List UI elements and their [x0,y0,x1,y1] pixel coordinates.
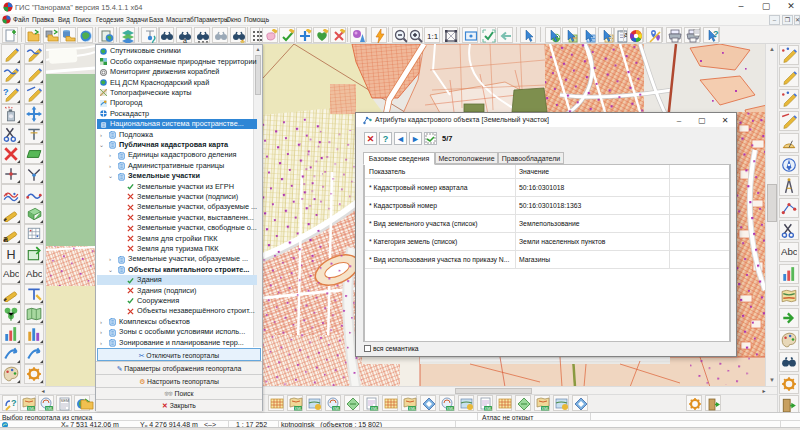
svg-text:XML: XML [409,407,416,411]
svg-text:H: H [6,248,15,262]
svg-text:Abc: Abc [3,268,19,279]
svg-text:Abc: Abc [781,247,797,258]
svg-text:XML: XML [447,407,454,411]
svg-text:XML: XML [371,407,378,411]
svg-text:SEM: SEM [61,398,70,403]
svg-text:a: a [183,37,187,43]
svg-text:XML: XML [295,407,302,411]
svg-text:?: ? [713,29,719,39]
svg-text:?: ? [3,87,9,97]
svg-text:XML: XML [46,407,53,411]
svg-text:?: ? [11,398,17,408]
svg-text:XML: XML [542,407,549,411]
svg-text:1:1: 1:1 [427,32,439,41]
svg-text:XML: XML [333,407,340,411]
svg-text:XML: XML [485,407,492,411]
svg-text:XML: XML [28,407,35,411]
svg-text:Abc: Abc [26,268,42,279]
